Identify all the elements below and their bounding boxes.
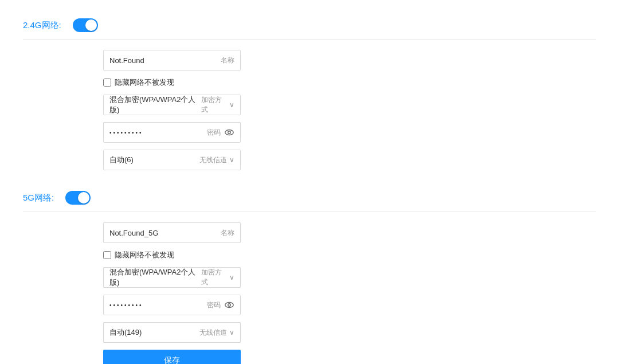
- ssid-input-24g[interactable]: [109, 56, 217, 65]
- hide-network-row-5g: 隐藏网络不被发现: [103, 250, 596, 260]
- password-row-5g: ••••••••• 密码: [103, 295, 596, 315]
- ssid-row-5g: 名称: [103, 222, 596, 243]
- channel-label-24g: 无线信道: [199, 155, 227, 165]
- svg-point-3: [228, 304, 231, 307]
- svg-point-1: [228, 131, 231, 134]
- encryption-value-5g: 混合加密(WPA/WPA2个人版): [109, 267, 201, 288]
- form-area-24g: 名称 隐藏网络不被发现 混合加密(WPA/WPA2个人版) 加密方式 ∨: [23, 50, 596, 170]
- ssid-field-5g[interactable]: 名称: [103, 222, 241, 243]
- hide-network-label-5g: 隐藏网络不被发现: [115, 250, 174, 260]
- svg-point-2: [225, 303, 233, 308]
- password-field-24g[interactable]: ••••••••• 密码: [103, 122, 241, 143]
- channel-row-24g: 自动(6) 无线信道 ∨: [103, 150, 596, 170]
- toggle-thumb-24g: [85, 19, 97, 31]
- password-label-5g: 密码: [207, 300, 221, 310]
- channel-row-5g: 自动(149) 无线信道 ∨: [103, 322, 596, 343]
- ssid-field-24g[interactable]: 名称: [103, 50, 241, 71]
- encryption-label-5g: 加密方式: [201, 268, 227, 287]
- password-right-5g: 密码: [203, 300, 234, 310]
- channel-value-5g: 自动(149): [109, 327, 142, 338]
- encryption-row-5g: 混合加密(WPA/WPA2个人版) 加密方式 ∨: [103, 267, 596, 288]
- page-container: 2.4G网络: 名称 隐藏网络不被发现: [0, 0, 619, 364]
- password-field-5g[interactable]: ••••••••• 密码: [103, 295, 241, 315]
- password-right-24g: 密码: [203, 127, 234, 138]
- form-area-5g: 名称 隐藏网络不被发现 混合加密(WPA/WPA2个人版) 加密方式 ∨: [23, 222, 596, 364]
- password-row-24g: ••••••••• 密码: [103, 122, 596, 143]
- eye-icon-24g[interactable]: [224, 127, 234, 138]
- eye-icon-5g[interactable]: [224, 300, 234, 310]
- section-header-5g: 5G网络:: [23, 184, 596, 212]
- channel-select-5g[interactable]: 自动(149) 无线信道 ∨: [103, 322, 241, 343]
- svg-point-0: [225, 130, 233, 135]
- ssid-input-5g[interactable]: [109, 229, 217, 237]
- password-dots-5g: •••••••••: [109, 302, 143, 308]
- chevron-encryption-5g: ∨: [229, 273, 234, 281]
- hide-network-row-24g: 隐藏网络不被发现: [103, 77, 596, 88]
- section-title-5g: 5G网络:: [23, 193, 54, 203]
- hide-network-checkbox-24g[interactable]: [103, 79, 111, 87]
- chevron-encryption-24g: ∨: [229, 101, 234, 109]
- chevron-channel-24g: ∨: [229, 156, 234, 164]
- encryption-row-24g: 混合加密(WPA/WPA2个人版) 加密方式 ∨: [103, 95, 596, 115]
- encryption-select-24g[interactable]: 混合加密(WPA/WPA2个人版) 加密方式 ∨: [103, 95, 241, 115]
- save-row: 保存: [103, 350, 596, 364]
- channel-value-24g: 自动(6): [109, 155, 134, 165]
- channel-select-24g[interactable]: 自动(6) 无线信道 ∨: [103, 150, 241, 170]
- ssid-label-24g: 名称: [221, 56, 234, 65]
- section-header-24g: 2.4G网络:: [23, 11, 596, 40]
- save-button[interactable]: 保存: [103, 350, 241, 364]
- password-label-24g: 密码: [207, 128, 221, 138]
- channel-label-5g: 无线信道: [199, 328, 227, 338]
- password-dots-24g: •••••••••: [109, 130, 143, 136]
- ssid-row-24g: 名称: [103, 50, 596, 71]
- hide-network-label-24g: 隐藏网络不被发现: [115, 77, 174, 88]
- encryption-select-5g[interactable]: 混合加密(WPA/WPA2个人版) 加密方式 ∨: [103, 267, 241, 288]
- toggle-5g[interactable]: [65, 191, 91, 205]
- encryption-value-24g: 混合加密(WPA/WPA2个人版): [109, 95, 201, 115]
- encryption-label-24g: 加密方式: [201, 95, 227, 115]
- toggle-24g[interactable]: [73, 18, 98, 32]
- ssid-label-5g: 名称: [221, 228, 234, 238]
- section-title-24g: 2.4G网络:: [23, 20, 61, 31]
- section-5g: 5G网络: 名称 隐藏网络不被发现: [23, 184, 596, 364]
- chevron-channel-5g: ∨: [229, 328, 234, 336]
- hide-network-checkbox-5g[interactable]: [103, 251, 111, 259]
- section-24g: 2.4G网络: 名称 隐藏网络不被发现: [23, 11, 596, 170]
